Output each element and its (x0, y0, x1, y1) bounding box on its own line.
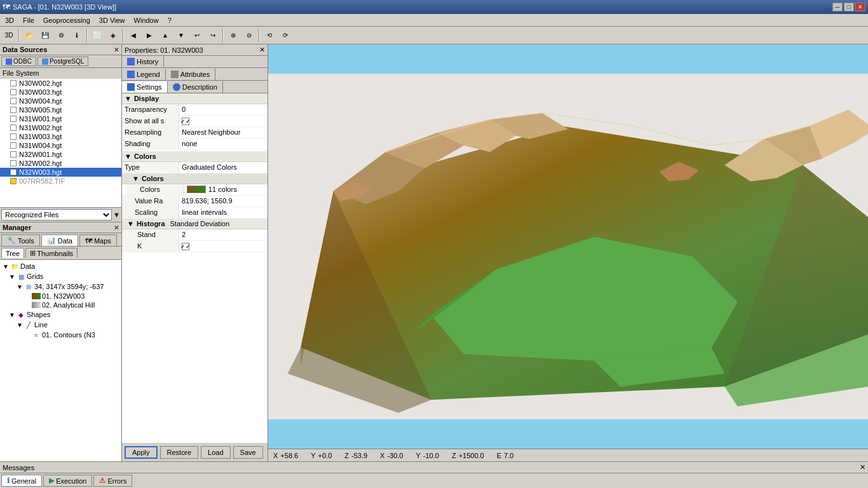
std-value[interactable]: 2 (179, 229, 268, 240)
toolbar-zoom-in[interactable]: ⊕ (226, 29, 241, 43)
sub-colors-header[interactable]: ▼ Colors (122, 173, 268, 184)
file-item[interactable]: N30W003.hgt (0, 88, 121, 97)
toolbar-nav-up[interactable]: ▲ (158, 29, 173, 43)
transparency-value[interactable]: 0 (179, 104, 268, 115)
scaling-value[interactable]: linear intervals (179, 207, 268, 218)
toolbar-nav-right[interactable]: ▶ (142, 29, 157, 43)
thumbnails-icon: ⊞ (30, 249, 36, 257)
file-item[interactable]: N30W005.hgt (0, 105, 121, 114)
menu-3d[interactable]: 3D (1, 16, 18, 25)
messages-close[interactable]: ✕ (860, 463, 865, 471)
tab-execution[interactable]: ▶ Execution (43, 475, 92, 487)
file-item[interactable]: N30W004.hgt (0, 97, 121, 105)
save-button[interactable]: Save (233, 446, 263, 459)
tab-data[interactable]: 📊 Data (41, 234, 78, 246)
show-at-scale-value[interactable]: ✓ (179, 116, 268, 126)
tree-node-grids[interactable]: ▼ ▦ Grids (1, 271, 120, 281)
file-list[interactable]: N30W002.hgt N30W003.hgt N30W004.hgt N30W… (0, 79, 121, 207)
toolbar-open[interactable]: 📂 (22, 29, 37, 43)
colors-section-header[interactable]: ▼ Colors (122, 151, 268, 162)
menu-3dview[interactable]: 3D View (95, 16, 129, 25)
tab-tools[interactable]: 🔧 Tools (1, 234, 40, 246)
toolbar-settings[interactable]: ⚙ (53, 29, 69, 43)
file-item[interactable]: N32W002.hgt (0, 159, 121, 168)
file-item-selected[interactable]: N32W003.hgt (0, 168, 121, 177)
k-checkbox[interactable]: ✓ (182, 243, 189, 250)
expand-icon: ▼ (3, 263, 9, 270)
file-item[interactable]: N31W004.hgt (0, 141, 121, 150)
toolbar-refresh[interactable]: ⟳ (278, 29, 293, 43)
manager-close[interactable]: ✕ (114, 224, 119, 231)
menu-file[interactable]: File (19, 16, 38, 25)
subtab-thumbnails[interactable]: ⊞ Thumbnails (25, 248, 78, 258)
shading-value[interactable]: none (179, 139, 268, 149)
maximize-button[interactable]: □ (844, 3, 854, 11)
properties-tabs2: Legend Attributes (122, 68, 268, 81)
recognized-files-select[interactable]: Recognized Files (1, 209, 112, 220)
toolbar-display[interactable]: ⬜ (90, 29, 105, 43)
expand-icon: ▼ (17, 283, 23, 290)
tree-node-layer1[interactable]: 01. N32W003 (1, 292, 120, 301)
scaling-row: Scaling linear intervals (122, 207, 268, 219)
close-button[interactable]: ✕ (855, 3, 865, 11)
toolbar-zoom-out[interactable]: ⊖ (241, 29, 257, 43)
toolbar-3d-btn[interactable]: 3D (1, 29, 17, 43)
file-item[interactable]: N31W001.hgt (0, 114, 121, 123)
colors-value[interactable]: 11 colors (184, 184, 268, 195)
show-at-scale-checkbox[interactable]: ✓ (182, 118, 189, 125)
tab-legend[interactable]: Legend (122, 69, 166, 80)
apply-button[interactable]: Apply (125, 446, 158, 459)
tab-general[interactable]: ℹ General (1, 475, 42, 487)
file-item[interactable]: N32W001.hgt (0, 150, 121, 159)
tab-attributes[interactable]: Attributes (166, 69, 215, 80)
toolbar-info[interactable]: ℹ (69, 29, 85, 43)
tree-node-grid-item[interactable]: ▼ ⊞ 34; 3147x 3594y; -637 (1, 281, 120, 292)
toolbar-nav-down[interactable]: ▼ (173, 29, 189, 43)
settings-icon (127, 83, 135, 91)
file-item[interactable]: 007RR582.TIF (0, 177, 121, 186)
postgresql-button[interactable]: PostgreSQL (37, 57, 88, 66)
tab-description[interactable]: Description (168, 81, 223, 93)
properties-close[interactable]: ✕ (259, 46, 265, 54)
tree-node-data[interactable]: ▼ 📁 Data (1, 261, 120, 271)
toolbar-save[interactable]: 💾 (37, 29, 53, 43)
info-icon: ℹ (7, 477, 10, 485)
tab-settings[interactable]: Settings (122, 81, 168, 93)
k-value[interactable]: ✓ (179, 241, 268, 252)
odbc-button[interactable]: ODBC (1, 57, 36, 66)
menu-help[interactable]: ? (164, 16, 175, 25)
properties-title: Properties: 01. N32W003 (125, 46, 203, 54)
tab-history[interactable]: History (122, 56, 164, 67)
tree-node-line[interactable]: ▼ ╱ Line (1, 320, 120, 330)
type-value[interactable]: Graduated Colors (179, 162, 268, 173)
toolbar-reset[interactable]: ⟲ (262, 29, 277, 43)
tab-maps[interactable]: 🗺 Maps (79, 234, 117, 246)
restore-button[interactable]: Restore (160, 446, 199, 459)
terrain-viewport[interactable] (268, 44, 868, 449)
toolbar-rotate-left[interactable]: ↩ (189, 29, 205, 43)
toolbar-display2[interactable]: ◈ (105, 29, 121, 43)
layer1-icon (32, 293, 41, 299)
subtab-tree[interactable]: Tree (1, 248, 24, 258)
histogram-header[interactable]: ▼ Histogra Standard Deviation (122, 219, 268, 229)
value-range-value[interactable]: 819.636; 1560.9 (179, 196, 268, 207)
load-button[interactable]: Load (201, 446, 230, 459)
data-sources-close[interactable]: ✕ (114, 46, 119, 53)
minimize-button[interactable]: ─ (832, 3, 843, 11)
file-item[interactable]: N30W002.hgt (0, 79, 121, 88)
x2-value: -30.0 (387, 452, 403, 459)
y-label: Y (311, 452, 315, 459)
menu-window[interactable]: Window (130, 16, 163, 25)
toolbar-rotate-right[interactable]: ↪ (205, 29, 220, 43)
tree-node-layer2[interactable]: 02. Analytical Hill (1, 301, 120, 309)
resampling-value[interactable]: Nearest Neighbour (179, 127, 268, 138)
menu-geoprocessing[interactable]: Geoprocessing (39, 16, 94, 25)
file-item[interactable]: N31W002.hgt (0, 123, 121, 132)
tree-node-contours[interactable]: ≈ 01. Contours (N3 (1, 330, 120, 340)
display-section-header[interactable]: ▼ Display (122, 93, 268, 104)
tab-errors[interactable]: ⚠ Errors (93, 475, 132, 487)
toolbar-nav-left[interactable]: ◀ (126, 29, 141, 43)
tree-node-shapes[interactable]: ▼ ◆ Shapes (1, 309, 120, 320)
e-coord: E 7.0 (497, 452, 514, 459)
file-item[interactable]: N31W003.hgt (0, 132, 121, 141)
